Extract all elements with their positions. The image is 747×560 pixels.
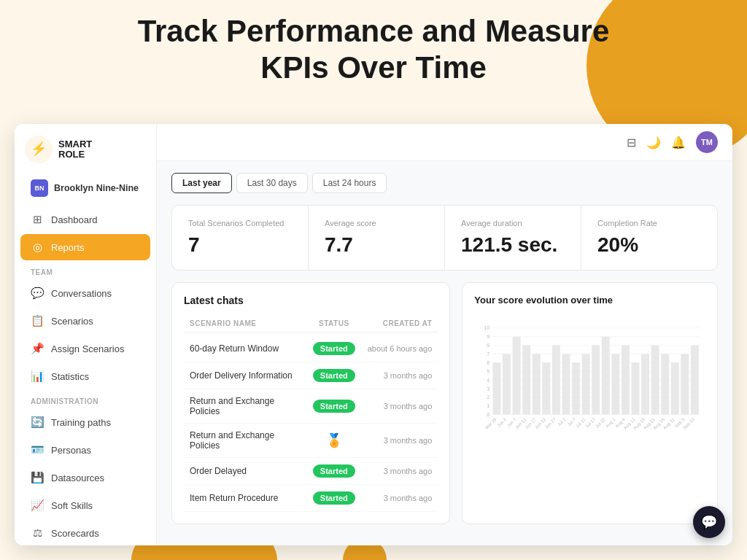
svg-rect-58 [662, 354, 670, 414]
sidebar-label-statistics: Statistics [51, 371, 89, 382]
content-body: Last year Last 30 days Last 24 hours Tot… [157, 161, 732, 545]
time-filters: Last year Last 30 days Last 24 hours [171, 173, 718, 193]
svg-rect-32 [533, 354, 541, 414]
sidebar-label-dashboard: Dashboard [51, 214, 98, 225]
table-row[interactable]: Return and Exchange Policies 🏅 3 months … [184, 424, 438, 458]
svg-rect-44 [592, 346, 600, 415]
kpi-label-duration: Average duration [461, 219, 565, 228]
kpi-label-total: Total Scenarios Completed [188, 219, 292, 228]
sidebar-item-assign-scenarios[interactable]: 📌 Assign Scenarios [20, 335, 150, 362]
svg-rect-38 [562, 354, 570, 414]
reports-icon: ◎ [31, 241, 44, 254]
svg-text:Jul 22: Jul 22 [595, 416, 607, 429]
soft-skills-icon: 📈 [31, 499, 44, 512]
sidebar-item-reports[interactable]: ◎ Reports [20, 234, 150, 260]
moon-icon[interactable]: 🌙 [646, 136, 661, 149]
kpi-label-score: Average score [325, 219, 428, 228]
chat-scenario-name: Return and Exchange Policies [190, 396, 305, 416]
svg-rect-24 [493, 362, 501, 414]
svg-rect-40 [572, 362, 580, 414]
chat-created: 3 months ago [363, 494, 432, 502]
table-row[interactable]: Item Return Procedure Started 3 months a… [184, 485, 438, 512]
svg-rect-26 [503, 354, 511, 414]
kpi-avg-duration: Average duration 121.5 sec. [445, 206, 581, 270]
filter-last-year[interactable]: Last year [171, 173, 232, 193]
status-badge: Started [313, 400, 355, 413]
svg-rect-64 [691, 346, 699, 415]
kpi-value-duration: 121.5 sec. [461, 233, 565, 257]
chat-status: Started [305, 464, 363, 478]
logo-icon: ⚡ [25, 136, 53, 163]
kpi-row: Total Scenarios Completed 7 Average scor… [171, 205, 718, 271]
bottom-section: Latest chats SCENARIO NAME STATUS CREATE… [171, 282, 718, 524]
svg-text:1: 1 [487, 403, 490, 408]
dashboard-icon: ⊞ [31, 213, 44, 226]
chat-status: Started [305, 369, 363, 382]
svg-rect-46 [602, 337, 610, 415]
chats-panel: Latest chats SCENARIO NAME STATUS CREATE… [171, 282, 450, 524]
sidebar-item-statistics[interactable]: 📊 Statistics [20, 363, 150, 389]
chart-area: 012345678910Mar 28Jun 2Jun 7Jun 12Jun 17… [474, 313, 705, 459]
svg-text:2: 2 [487, 394, 490, 400]
sidebar-item-personas[interactable]: 🪪 Personas [20, 437, 150, 463]
sidebar-label-training: Training paths [51, 417, 111, 428]
sidebar-label-scorecards: Scorecards [51, 528, 99, 539]
sidebar-item-training-paths[interactable]: 🔄 Training paths [20, 409, 150, 435]
svg-rect-30 [523, 346, 531, 415]
sidebar-item-soft-skills[interactable]: 📈 Soft Skills [20, 492, 150, 518]
svg-text:10: 10 [484, 325, 490, 330]
svg-text:7: 7 [487, 351, 490, 357]
svg-text:9: 9 [487, 334, 490, 339]
chat-status: Started [305, 491, 363, 505]
svg-rect-60 [671, 362, 679, 414]
assign-icon: 📌 [31, 342, 44, 355]
chat-scenario-name: Item Return Procedure [190, 493, 305, 503]
chart-title: Your score evolution over time [474, 295, 705, 306]
svg-text:6: 6 [487, 360, 490, 365]
table-row[interactable]: Order Delivery Information Started 3 mon… [184, 362, 438, 389]
svg-text:3: 3 [487, 386, 490, 392]
filter-icon[interactable]: ⊟ [627, 136, 636, 149]
chats-rows-container: 60-day Return Window Started about 6 hou… [184, 335, 438, 512]
chats-table: SCENARIO NAME STATUS CREATED AT 60-day R… [184, 315, 438, 512]
filter-last-24-hours[interactable]: Last 24 hours [312, 173, 387, 193]
sidebar-item-conversations[interactable]: 💬 Conversations [20, 280, 150, 306]
status-badge: Started [313, 369, 355, 382]
svg-text:Jun 2: Jun 2 [496, 416, 508, 428]
chat-status: 🏅 [305, 432, 363, 448]
chat-scenario-name: 60-day Return Window [190, 343, 305, 354]
svg-rect-48 [612, 354, 620, 414]
sidebar-label-scenarios: Scenarios [51, 316, 93, 327]
filter-last-30-days[interactable]: Last 30 days [236, 173, 308, 193]
statistics-icon: 📊 [31, 370, 44, 383]
svg-rect-36 [552, 346, 560, 415]
table-row[interactable]: 60-day Return Window Started about 6 hou… [184, 335, 438, 362]
admin-section-label: Administration [15, 390, 156, 408]
workspace-avatar: BN [31, 179, 48, 197]
svg-rect-28 [513, 337, 521, 415]
table-row[interactable]: Order Delayed Started 3 months ago [184, 458, 438, 485]
bell-icon[interactable]: 🔔 [671, 136, 686, 149]
top-header: ⊟ 🌙 🔔 TM [157, 124, 732, 161]
user-avatar[interactable]: TM [696, 131, 718, 153]
chat-fab[interactable]: 💬 [693, 506, 725, 538]
svg-rect-62 [681, 354, 689, 414]
sidebar-item-scorecards[interactable]: ⚖ Scorecards [20, 520, 150, 545]
score-chart-svg: 012345678910Mar 28Jun 2Jun 7Jun 12Jun 17… [474, 313, 705, 459]
chats-header: SCENARIO NAME STATUS CREATED AT [184, 315, 438, 332]
sidebar-item-dashboard[interactable]: ⊞ Dashboard [20, 206, 150, 233]
main-content: ⊟ 🌙 🔔 TM Last year Last 30 days Last 24 … [157, 124, 732, 545]
training-icon: 🔄 [31, 416, 44, 429]
col-header-created: CREATED AT [363, 319, 432, 327]
svg-text:Mar 28: Mar 28 [484, 416, 498, 430]
chat-scenario-name: Order Delivery Information [190, 370, 305, 381]
sidebar-item-datasources[interactable]: 💾 Datasources [20, 464, 150, 491]
svg-text:⚡: ⚡ [31, 141, 47, 157]
workspace-item[interactable]: BN Brooklyn Nine-Nine [20, 174, 150, 203]
table-row[interactable]: Return and Exchange Policies Started 3 m… [184, 389, 438, 424]
status-badge: Started [313, 342, 355, 355]
kpi-completion-rate: Completion Rate 20% [581, 206, 717, 270]
app-container: ⚡ SMART ROLE BN Brooklyn Nine-Nine ⊞ Das… [15, 124, 732, 545]
sidebar-logo: ⚡ SMART ROLE [15, 124, 156, 171]
sidebar-item-scenarios[interactable]: 📋 Scenarios [20, 308, 150, 334]
